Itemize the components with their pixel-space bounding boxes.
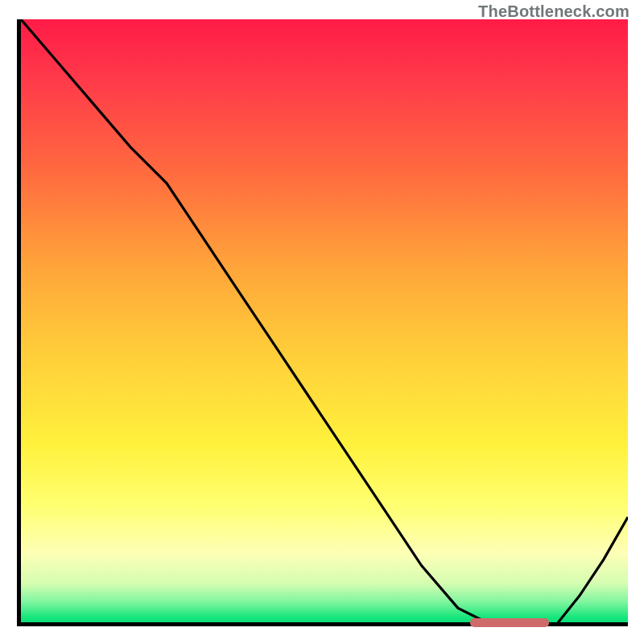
chart-frame: TheBottleneck.com bbox=[0, 0, 644, 644]
optimal-range-marker bbox=[470, 618, 549, 627]
attribution-text: TheBottleneck.com bbox=[478, 2, 630, 21]
plot-area bbox=[21, 19, 628, 626]
y-axis bbox=[17, 19, 21, 626]
